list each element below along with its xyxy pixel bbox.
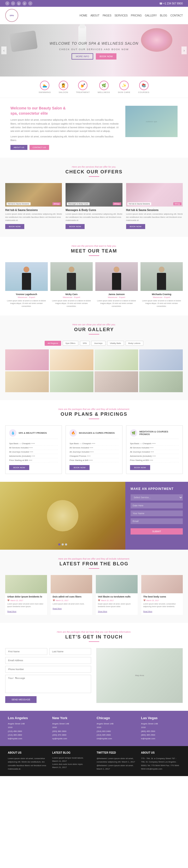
welcome-buttons: ABOUT US CONTACT US: [10, 145, 120, 150]
icon-wellness[interactable]: 🌿 WELLNESS: [98, 81, 110, 93]
gallery-item-3[interactable]: [95, 349, 138, 370]
offers-section: Here are the services that we offer for …: [0, 158, 188, 237]
nav-gallery[interactable]: GALLERY: [145, 14, 157, 17]
footer-blog-link-1[interactable]: Lorem ipsum tempor incidi labore.: [52, 757, 91, 759]
appointment-form: MAKE AN APPOINTMENT Select Service... SU…: [125, 482, 188, 550]
courses-label: COURSES: [138, 91, 149, 93]
icon-skincare[interactable]: ✨ SKIN CARE: [118, 81, 130, 93]
blog-image-2: [51, 575, 92, 593]
icon-saloon[interactable]: 💆 SALOON: [59, 81, 68, 93]
filter-all-regions[interactable]: All Regions: [45, 341, 61, 346]
blog-read-more-2[interactable]: Read More: [53, 608, 62, 610]
offer-tag-3: Hot tub & Sauna Sessions: [127, 203, 152, 205]
nav-about[interactable]: ABOUT: [90, 14, 99, 17]
contact-us-button[interactable]: CONTACT US: [30, 145, 49, 150]
pricing-divider: [89, 418, 99, 419]
hero-prev-arrow[interactable]: ‹: [1, 46, 6, 54]
blog-image-1: [5, 575, 47, 593]
pricing-row-3-1: Spa Basic — Cheapish +++: [130, 441, 179, 446]
blog-image-4: [141, 575, 183, 593]
gallery-item-1[interactable]: [5, 349, 49, 370]
instagram-icon[interactable]: i: [28, 1, 32, 5]
pricing-book-btn-3[interactable]: BOOK NOW: [130, 465, 150, 470]
appointment-image: [0, 482, 125, 550]
top-phone: ☎ +1 234 567 8900: [159, 2, 183, 5]
blog-grid: Urban dolor ipsum breidents lo 📅 March 2…: [5, 575, 183, 615]
blog-read-more-1[interactable]: Read More: [7, 611, 17, 612]
blog-content-4: The best body cures 📅 March 25, 2017 Lor…: [141, 593, 183, 615]
pinterest-icon[interactable]: p: [23, 1, 27, 5]
footer-about-title: About Us: [8, 751, 47, 754]
pricing-book-btn-2[interactable]: BOOK NOW: [69, 465, 90, 470]
dot-3[interactable]: [65, 544, 67, 546]
contact-phone[interactable]: [5, 666, 91, 673]
dot-1[interactable]: [58, 544, 60, 546]
pricing-card-header-1: 💧 SPA & BEAUTY PROMOS: [9, 429, 58, 439]
blog-divider: [89, 568, 99, 569]
pricing-title: OUR PLANS & PRICINGS: [10, 411, 178, 417]
city-name-la: Los Angeles: [8, 716, 47, 720]
hero-book-now-button[interactable]: BOOK NOW: [96, 53, 117, 60]
team-desc-4: Lorem ipsum dolor sit amet is is labore …: [140, 300, 183, 308]
pricing-book-btn-1[interactable]: BOOK NOW: [9, 465, 29, 470]
contact-lname[interactable]: [49, 648, 91, 655]
contact-header: Here are the packages that we have that …: [5, 625, 183, 648]
date-input[interactable]: [131, 503, 183, 508]
offer-book-btn-1[interactable]: BOOK NOW: [5, 224, 24, 229]
nav-home[interactable]: HOME: [80, 14, 87, 17]
footer-blog-link-2[interactable]: Lorem duis aute irure dolor repre.: [52, 763, 91, 765]
gallery-item-2[interactable]: [50, 349, 93, 370]
team-subtitle: Here are the persons that want to help y…: [10, 245, 178, 247]
twitter-icon[interactable]: t: [11, 1, 15, 5]
blog-read-more-4[interactable]: Read More: [143, 611, 153, 612]
nav-blog[interactable]: BLOG: [160, 14, 167, 17]
offer-book-btn-3[interactable]: BOOK NOW: [126, 224, 145, 229]
service-select[interactable]: Select Service...: [131, 494, 183, 501]
email-input[interactable]: [131, 518, 183, 524]
nav-pages[interactable]: PAGES: [103, 14, 112, 17]
team-desc-2: Lorem ipsum dolor sit amet is is labore …: [51, 300, 93, 308]
team-image-1: [5, 262, 48, 291]
send-message-button[interactable]: SEND MESSAGE: [5, 696, 36, 703]
footer-col-twitter: Twitter Feed @thetweet: Lorem ipsum dolo…: [97, 751, 136, 771]
hero-next-arrow[interactable]: ›: [182, 46, 187, 54]
hero-more-info-button[interactable]: MORE INFO: [71, 53, 93, 60]
offer-image-3: Hot tub & Sauna Sessions $50/pp: [126, 183, 183, 207]
contact-message-row: [5, 675, 91, 693]
offer-card-2: Massages & Body Cures $50/pp Massages & …: [66, 183, 122, 229]
offer-tag-2: Massages & Body Cures: [67, 203, 90, 205]
nav-pricing[interactable]: PRICING: [131, 14, 142, 17]
about-us-button[interactable]: ABOUT US: [10, 145, 27, 150]
filter-body-lotions[interactable]: Body Lotions: [126, 341, 143, 346]
blog-show-more-3[interactable]: Show More: [98, 611, 107, 612]
submit-appointment-button[interactable]: SUBMIT: [131, 528, 183, 534]
offer-book-btn-2[interactable]: BOOK NOW: [66, 224, 85, 229]
filter-spa-offers[interactable]: Spa Offers: [63, 341, 78, 346]
filter-spa[interactable]: SPA: [80, 341, 90, 346]
offer-desc-1: Lorem ipsum dolor sit amet, consectetur …: [5, 213, 62, 222]
contact-email[interactable]: [5, 657, 91, 664]
gallery-item-4[interactable]: [139, 349, 183, 370]
facebook-icon[interactable]: f: [5, 1, 9, 5]
gallery-item-5[interactable]: [5, 371, 49, 392]
contact-fname[interactable]: [5, 648, 47, 655]
icon-courses[interactable]: 📚 COURSES: [138, 81, 149, 93]
gallery-item-6[interactable]: [50, 371, 93, 392]
filter-journeys[interactable]: Journeys: [91, 341, 105, 346]
gallery-item-8[interactable]: [139, 371, 183, 392]
icon-swimming[interactable]: 🏊 SWIMMING: [39, 81, 51, 93]
google-icon[interactable]: g: [17, 1, 21, 5]
pricing-card-header-3: 🌿 MEDITATION & COURSES PROMOS: [130, 429, 179, 439]
welcome-image-bg: outdoor spa: [125, 106, 178, 137]
icon-treatment[interactable]: 💅 TREATMENT: [76, 81, 90, 93]
dot-2[interactable]: [62, 544, 64, 546]
nav-contact[interactable]: CONTACT: [170, 14, 183, 17]
footer-twitter-title: Twitter Feed: [97, 751, 136, 754]
gallery-item-7[interactable]: [95, 371, 138, 392]
filter-vitality-balls[interactable]: Vitality Balls: [107, 341, 124, 346]
contact-title: LET'S GET IN TOUCH: [10, 634, 178, 640]
nav-services[interactable]: SERVICES: [115, 14, 128, 17]
name-input[interactable]: [131, 510, 183, 516]
appointment-section: MAKE AN APPOINTMENT Select Service... SU…: [0, 482, 188, 550]
contact-message[interactable]: [5, 675, 91, 693]
